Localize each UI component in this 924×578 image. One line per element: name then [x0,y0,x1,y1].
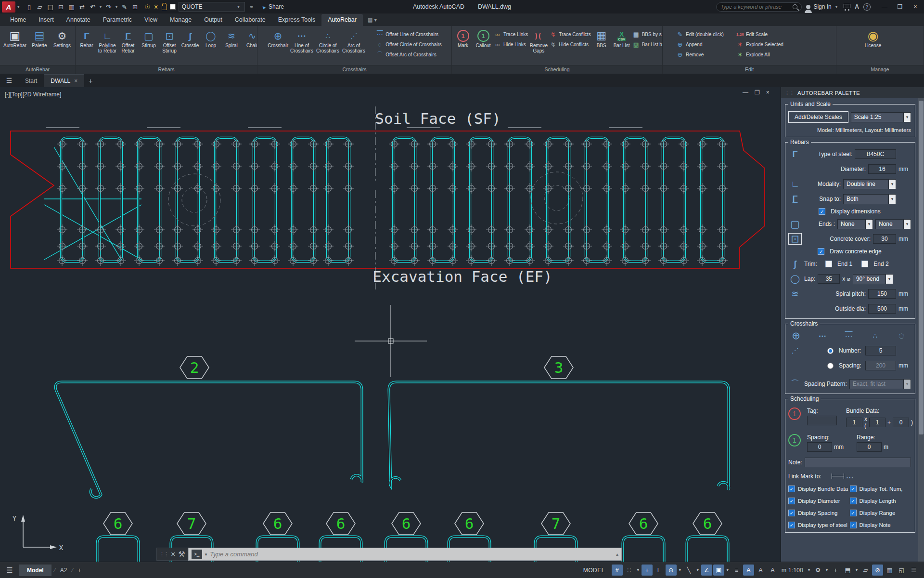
display-option-checkbox[interactable] [788,522,795,528]
ribbon-button[interactable]: Remove [676,51,724,59]
tab-model[interactable]: Model [19,565,51,576]
ribbon-button[interactable]: BBS by selection [632,30,663,39]
ribbon-button[interactable]: Edit Scale [736,30,783,39]
trim-end1-checkbox[interactable] [825,261,832,267]
tag-input[interactable] [807,416,837,425]
mark-icon[interactable]: 1 [788,407,801,420]
ribbon-button[interactable]: Hide Conflicts [549,40,590,49]
ribbon-button[interactable]: Offset Circle of Crosshairs [376,40,442,49]
restore-button[interactable]: ❐ [892,0,908,13]
menu-icon[interactable]: ☰ [0,74,18,87]
concrete-cover-input[interactable] [873,234,896,244]
tab-dwall[interactable]: DWALL × [44,74,84,87]
transfer-icon[interactable]: ⇄ [77,2,87,12]
ribbon-button[interactable]: Hide Links [494,40,528,49]
search-input[interactable] [720,4,793,10]
ribbon-button[interactable]: Palette [29,27,50,65]
object-snap-3d-icon[interactable]: ▣ [713,565,724,576]
model-space-badge[interactable]: MODEL [578,567,611,574]
lap-input[interactable] [818,274,840,284]
autocad-logo-icon[interactable]: A [2,1,15,13]
ribbon-button[interactable]: Trace Conflicts [549,30,590,39]
recent-commands-icon[interactable]: >_ [192,550,202,559]
workspace-caret-icon[interactable]: ▾ [824,565,829,576]
display-dimensions-checkbox[interactable] [819,208,825,215]
customize-command-icon[interactable]: ⚒ [178,550,185,559]
command-input[interactable] [210,551,613,558]
ribbon-button[interactable]: Rebar [77,27,97,65]
dynamic-input-icon[interactable]: + [642,565,653,576]
save-as-icon[interactable]: ▥ [67,2,77,12]
ribbon-button[interactable]: Loop [201,27,221,65]
palette-grip-icon[interactable]: ⋮⋮ [785,91,795,95]
circle-of-crosshairs-icon[interactable] [868,330,882,342]
ribbon-button[interactable]: Offset Stirrup [159,27,180,65]
toolbar-more-icon[interactable]: ≂ [248,4,256,9]
redo-caret-icon[interactable]: ▾ [115,2,119,12]
ribbon-button[interactable]: Remove Gaps [528,27,549,65]
search-field[interactable] [716,2,802,12]
scale-caret-icon[interactable]: ▾ [807,565,811,576]
scrollbar-thumb[interactable] [919,101,924,434]
lock-icon[interactable] [162,6,167,10]
draw-concrete-edge-checkbox[interactable] [818,248,824,255]
annotation-autoscale-icon[interactable]: A [767,565,778,576]
ribbon-button[interactable]: Settings [52,27,72,65]
undo-caret-icon[interactable]: ▾ [99,2,103,12]
crosstie-icon[interactable] [788,258,802,270]
autodesk-assistant-icon[interactable]: A [855,3,859,10]
sign-in-button[interactable]: Sign In ▾ [806,3,839,10]
ribbon-tab[interactable]: Parametric [97,14,138,26]
close-tab-icon[interactable]: × [74,75,77,87]
line-of-crosshairs-icon[interactable] [816,330,829,342]
offset-arc-of-crosshairs-icon[interactable] [788,378,802,390]
diameter-input[interactable] [868,164,896,174]
ribbon-button[interactable]: Spiral [221,27,242,65]
plot-icon[interactable]: ⊟ [56,2,66,12]
offset-line-of-crosshairs-icon[interactable] [842,330,856,342]
polar-caret-icon[interactable]: ▾ [678,565,682,576]
add-delete-scales-button[interactable]: Add/Delete Scales [788,111,848,123]
new-tab-button[interactable]: + [84,75,97,87]
ortho-icon[interactable]: L [654,565,665,576]
end2-select[interactable]: None [875,219,911,229]
ribbon-button[interactable]: Crosshair [267,27,289,65]
ribbon-button[interactable]: Append [676,40,724,49]
ribbon-button[interactable]: License [863,27,883,65]
object-snap-icon[interactable]: ∠ [701,565,712,576]
more-options-icon[interactable]: ... [847,473,854,480]
ribbon-button[interactable]: Edit (double click) [676,30,724,39]
workspace-switching-icon[interactable]: ⚙ [812,565,823,576]
bundle-count-input[interactable] [846,418,862,427]
clean-screen-icon[interactable]: ◱ [896,565,907,576]
ribbon-tab[interactable]: AutoRebar [321,14,363,26]
ribbon-button[interactable]: Stirrup [139,27,159,65]
isodraft-icon[interactable]: ╲ [683,565,694,576]
offset-stirrup-icon[interactable] [788,233,802,245]
spiral-icon[interactable] [788,288,802,300]
palette-scrollbar[interactable] [918,98,924,562]
drag-handle-icon[interactable]: ⋮⋮ [159,551,168,557]
crosshair-icon[interactable] [789,330,803,342]
trim-end2-checkbox[interactable] [861,261,868,267]
ribbon-button[interactable]: Chair [242,27,257,65]
range-input[interactable] [857,442,882,452]
ribbon-button[interactable]: Offset Rebar [118,27,138,65]
ribbon-button[interactable]: Circle of Crosshairs [315,27,341,65]
outside-dia-input[interactable] [868,304,896,314]
snap-to-select[interactable]: Both [843,194,896,204]
ribbon-tab[interactable]: Collaborate [229,14,272,26]
loop-icon[interactable] [788,273,802,285]
bundle-bars-input[interactable] [869,418,886,427]
tab-start[interactable]: Start [18,75,44,87]
schedule-spacing-input[interactable] [807,442,832,452]
ribbon-button[interactable]: Offset Line of Crosshairs [376,30,442,39]
offset-rebar-icon[interactable] [788,193,802,205]
arc-of-crosshairs-icon[interactable] [788,345,802,356]
ribbon-tab[interactable]: Output [198,14,229,26]
layout-icon[interactable]: ⊞ [130,2,140,12]
bundle-extra-input[interactable] [893,418,909,427]
callout-icon[interactable]: 1 [788,434,801,447]
graphics-performance-icon[interactable]: ▦ [884,565,895,576]
viewport-close-icon[interactable]: × [766,89,770,96]
